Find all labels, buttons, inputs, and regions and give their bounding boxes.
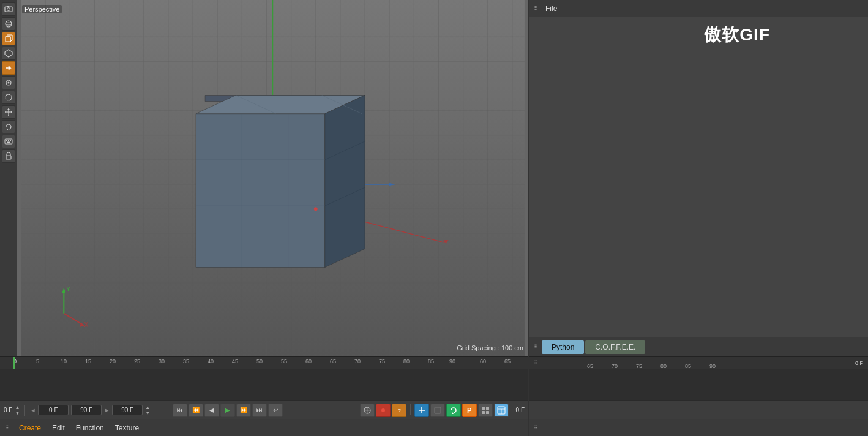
svg-point-82 [381,408,385,412]
main-container: Y X Perspective Grid Spacing : 100 cm ⠿ … [0,0,868,436]
tick-50: 50 [256,358,263,364]
tick-60: 60 [305,358,312,364]
tick-65: 65 [330,358,336,364]
svg-rect-89 [486,407,489,410]
menu-create[interactable]: Create [14,423,46,434]
p-btn[interactable]: P [462,404,477,417]
svg-rect-16 [8,140,9,141]
current-frame-label: 0 F [4,407,12,413]
select-toolbar-btn[interactable] [2,91,15,104]
tick-75: 75 [379,358,385,364]
perspective-label: Perspective [22,5,62,13]
sphere-toolbar-btn[interactable] [2,17,15,31]
svg-text:X: X [84,321,88,328]
current-frame-group: 0 F ▲ ▼ [4,405,20,416]
end-frame2-input[interactable] [112,405,143,415]
go-to-start-btn[interactable]: ⏮ [173,404,187,417]
rotate-toolbar-btn[interactable] [2,120,15,133]
svg-rect-87 [435,407,441,413]
timeline-controls: 0 F ▲ ▼ ◄ ► ▲ ▼ [0,400,528,419]
menu-texture[interactable]: Texture [110,423,144,434]
right-frame-counter: 0 F [855,360,863,366]
tick-40: 40 [208,358,214,364]
tick-30: 30 [159,358,165,364]
render-icon-btn[interactable] [360,404,375,417]
end-frame-input[interactable] [71,405,102,415]
right-timeline-content [529,369,868,400]
svg-rect-90 [482,411,485,414]
end-frame2-down[interactable]: ▼ [145,410,150,416]
panel-btn[interactable] [494,404,509,417]
timeline-ruler[interactable]: 0 5 10 15 20 25 30 35 40 45 50 55 60 65 [0,356,528,369]
bottom-menu: ⠿ Create Edit Function Texture [0,419,528,436]
cube-toolbar-btn[interactable] [2,32,15,45]
play-back-btn[interactable]: ◀ [204,404,219,417]
playback-group: ⏮ ⏪ ◀ ▶ ⏩ ⏭ ↩ [173,404,283,417]
poly-toolbar-btn[interactable] [2,47,15,60]
tick-60r: 60 [480,358,486,364]
svg-point-1 [7,8,10,11]
tick-45: 45 [232,358,238,364]
next-frame-btn[interactable]: ⏩ [236,404,251,417]
sep4 [410,404,411,415]
tab-coffee[interactable]: C.O.F.F.E.E. [585,340,645,354]
file-menu[interactable]: File [545,4,557,13]
end-frame2-up[interactable]: ▲ [145,405,150,410]
top-area: Y X Perspective Grid Spacing : 100 cm ⠿ … [0,0,868,356]
minus-btn[interactable] [430,404,445,417]
right-tick-75: 75 [636,363,642,369]
frame-up-arrow[interactable]: ▲ [15,405,20,410]
right-bottom-menu: ⠿ -- -- -- [529,419,868,436]
move-toolbar-btn[interactable] [2,105,15,119]
playhead [13,357,15,369]
svg-rect-88 [482,407,485,410]
grid-spacing-label: Grid Spacing : 100 cm [457,344,523,351]
bottom-left: 0 5 10 15 20 25 30 35 40 45 50 55 60 65 [0,356,528,436]
right-col1: -- [552,424,556,432]
start-frame-input[interactable] [38,405,69,415]
tick-55: 55 [281,358,287,364]
menu-function[interactable]: Function [71,423,109,434]
warning-btn[interactable]: ? [392,404,406,417]
keyboard-toolbar-btn[interactable] [2,135,15,148]
right-menu-dots: ⠿ [534,425,538,431]
arrow-toolbar-btn[interactable] [2,61,15,75]
right-bottom-controls [529,400,868,419]
frame-down-arrow[interactable]: ▼ [15,410,20,416]
record-btn[interactable] [376,404,391,417]
tick-10: 10 [61,358,67,364]
tick-65r: 65 [504,358,511,364]
timeline-content[interactable] [0,369,528,400]
cursor-toolbar-btn[interactable] [2,76,15,89]
right-tick-85: 85 [685,363,691,369]
menu-edit[interactable]: Edit [47,423,70,434]
tick-80: 80 [403,358,410,364]
properties-header: ⠿ File [529,0,868,17]
lock-toolbar-btn[interactable] [2,149,15,163]
tick-5: 5 [36,358,39,364]
svg-rect-91 [486,411,489,414]
refresh-btn[interactable] [446,404,461,417]
svg-rect-17 [10,140,11,141]
viewport-3d[interactable]: Y X Perspective Grid Spacing : 100 cm [17,0,528,356]
prev-frame-btn[interactable]: ⏪ [189,404,203,417]
sep2 [155,405,155,416]
loop-btn[interactable]: ↩ [268,404,283,417]
tick-85: 85 [428,358,434,364]
bottom-split: 0 5 10 15 20 25 30 35 40 45 50 55 60 65 [0,356,868,436]
add-btn[interactable] [414,404,429,417]
go-to-end-btn[interactable]: ⏭ [252,404,267,417]
svg-text:Y: Y [66,286,70,293]
tick-90: 90 [449,358,455,364]
svg-rect-15 [6,140,7,141]
right-col2: -- [566,424,570,432]
svg-rect-2 [7,6,9,7]
dots-btn[interactable] [478,404,493,417]
right-tick-65: 65 [587,363,593,369]
camera-toolbar-btn[interactable] [2,2,15,16]
left-toolbar [0,0,17,356]
play-btn[interactable]: ▶ [220,404,235,417]
svg-marker-62 [325,96,365,268]
watermark: 傲软GIF [704,23,770,47]
tab-python[interactable]: Python [542,340,584,354]
